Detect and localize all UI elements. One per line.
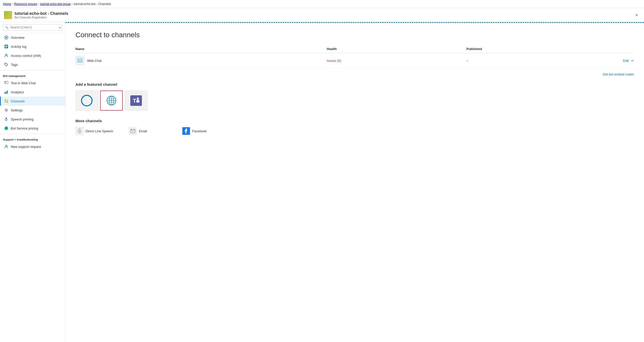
cortana-icon bbox=[81, 95, 93, 106]
teams-icon: T bbox=[130, 95, 142, 106]
svg-rect-16 bbox=[5, 101, 6, 103]
sidebar-item-channels[interactable]: Channels bbox=[0, 97, 65, 106]
breadcrumb: Home › Resource groups › tutorial-echo-b… bbox=[0, 0, 644, 8]
svg-rect-10 bbox=[5, 82, 6, 83]
sidebar-item-activity-label: Activity log bbox=[11, 45, 26, 49]
test-webchat-icon bbox=[4, 80, 9, 86]
title-group: tutorial-echo-bot - Channels Bot Channel… bbox=[15, 11, 68, 19]
svg-rect-15 bbox=[7, 100, 8, 101]
main-content: Connect to channels Name Health Publishe… bbox=[65, 22, 644, 342]
sidebar-item-activity-log[interactable]: Activity log bbox=[0, 42, 65, 51]
svg-rect-14 bbox=[5, 100, 6, 101]
svg-rect-33 bbox=[79, 129, 80, 131]
facebook-icon bbox=[182, 127, 190, 135]
window-title: tutorial-echo-bot - Channels bbox=[15, 11, 68, 16]
svg-rect-3 bbox=[5, 46, 8, 46]
svg-point-32 bbox=[137, 98, 139, 100]
access-control-icon bbox=[4, 53, 9, 58]
direct-line-speech-label: Direct Line Speech bbox=[86, 129, 113, 133]
direct-line-speech-icon bbox=[75, 127, 84, 135]
sidebar-item-speech-label: Speech priming bbox=[11, 117, 33, 121]
breadcrumb-resource-groups[interactable]: Resource groups bbox=[14, 2, 37, 6]
more-channels-title: More channels bbox=[75, 119, 634, 123]
sidebar-item-tags[interactable]: Tags bbox=[0, 60, 65, 69]
app-icon bbox=[4, 11, 12, 19]
sidebar-item-overview[interactable]: Overview bbox=[0, 33, 65, 42]
svg-point-22 bbox=[6, 145, 7, 147]
collapse-button[interactable]: » bbox=[58, 24, 62, 31]
health-status: Issues (6) bbox=[327, 59, 341, 63]
sidebar-item-channels-label: Channels bbox=[11, 99, 25, 103]
svg-point-18 bbox=[6, 109, 7, 111]
channel-health: Issues (6) bbox=[327, 53, 466, 68]
svg-point-1 bbox=[6, 37, 7, 38]
sidebar-item-bot-pricing[interactable]: Bot Service pricing bbox=[0, 124, 65, 133]
sidebar-item-settings-label: Settings bbox=[11, 108, 23, 112]
breadcrumb-current: tutorial-echo-bot - Channels bbox=[74, 2, 111, 6]
col-published: Published bbox=[466, 45, 578, 53]
sidebar-item-overview-label: Overview bbox=[11, 36, 24, 39]
svg-rect-4 bbox=[5, 46, 8, 47]
webchat-channel-icon bbox=[75, 56, 85, 65]
sidebar-item-pricing-label: Bot Service pricing bbox=[11, 126, 38, 130]
webchat-channel-card[interactable] bbox=[100, 91, 123, 111]
close-button[interactable]: × bbox=[633, 11, 640, 19]
svg-rect-5 bbox=[5, 47, 7, 48]
table-row: Web Chat Issues (6) -- Edit ✏ bbox=[75, 53, 634, 68]
email-item[interactable]: Email bbox=[129, 127, 174, 135]
sidebar-item-test-webchat-label: Test in Web Chat bbox=[11, 81, 36, 85]
more-channels-container: Direct Line Speech Email Facebook bbox=[75, 127, 634, 135]
webchat-channel-name: Web Chat bbox=[87, 59, 102, 63]
svg-rect-13 bbox=[7, 91, 8, 94]
channel-name-cell: Web Chat bbox=[75, 53, 327, 68]
svg-rect-9 bbox=[5, 82, 7, 82]
sidebar: 🔍 » Overview Activity log Access control… bbox=[0, 22, 65, 342]
col-health: Health bbox=[327, 45, 466, 53]
breadcrumb-home[interactable]: Home bbox=[3, 2, 11, 6]
support-request-icon bbox=[4, 144, 9, 149]
svg-rect-12 bbox=[6, 91, 7, 94]
facebook-item[interactable]: Facebook bbox=[182, 127, 227, 135]
svg-point-21 bbox=[5, 126, 8, 130]
sidebar-item-access-label: Access control (IAM) bbox=[11, 54, 41, 58]
email-icon bbox=[129, 127, 137, 135]
main-layout: 🔍 » Overview Activity log Access control… bbox=[0, 22, 644, 342]
bot-pricing-icon bbox=[4, 126, 9, 131]
sidebar-divider-1 bbox=[0, 70, 65, 70]
svg-text:T: T bbox=[133, 98, 136, 104]
get-embed-codes-link[interactable]: Get bot embed codes bbox=[75, 72, 634, 76]
sidebar-divider-2 bbox=[0, 134, 65, 134]
page-title: Connect to channels bbox=[75, 31, 634, 39]
cortana-channel-card[interactable] bbox=[75, 91, 98, 111]
channel-actions: Edit ✏ bbox=[578, 53, 634, 68]
sidebar-item-access-control[interactable]: Access control (IAM) bbox=[0, 51, 65, 60]
svg-rect-17 bbox=[7, 101, 8, 103]
edit-pencil-icon[interactable]: ✏ bbox=[631, 59, 634, 63]
teams-channel-card[interactable]: T bbox=[125, 91, 147, 111]
settings-icon bbox=[4, 108, 9, 113]
featured-section-title: Add a featured channel bbox=[75, 82, 634, 87]
activity-log-icon bbox=[4, 44, 9, 49]
window-subtitle: Bot Channels Registration bbox=[15, 16, 68, 19]
breadcrumb-group[interactable]: tutorial-echo-bot-group bbox=[40, 2, 70, 6]
col-name: Name bbox=[75, 45, 327, 53]
edit-link[interactable]: Edit bbox=[623, 59, 629, 63]
search-input[interactable] bbox=[3, 24, 62, 31]
featured-channels-container: T bbox=[75, 91, 634, 111]
sidebar-item-tags-label: Tags bbox=[11, 63, 18, 67]
sidebar-item-analytics[interactable]: Analytics bbox=[0, 88, 65, 97]
direct-line-speech-item[interactable]: Direct Line Speech bbox=[75, 127, 121, 135]
sidebar-item-speech-priming[interactable]: Speech priming bbox=[0, 115, 65, 124]
sidebar-item-test-webchat[interactable]: Test in Web Chat bbox=[0, 78, 65, 88]
email-label: Email bbox=[139, 129, 147, 133]
channels-table: Name Health Published Web Chat bbox=[75, 45, 634, 68]
svg-rect-11 bbox=[5, 92, 5, 94]
svg-point-26 bbox=[81, 60, 82, 61]
svg-point-6 bbox=[6, 54, 7, 56]
sidebar-item-support-request[interactable]: New support request bbox=[0, 142, 65, 151]
tags-icon bbox=[4, 62, 9, 67]
sidebar-item-support-label: New support request bbox=[11, 145, 41, 149]
svg-point-24 bbox=[78, 60, 79, 61]
sidebar-item-settings[interactable]: Settings bbox=[0, 106, 65, 115]
sidebar-item-analytics-label: Analytics bbox=[11, 90, 24, 94]
